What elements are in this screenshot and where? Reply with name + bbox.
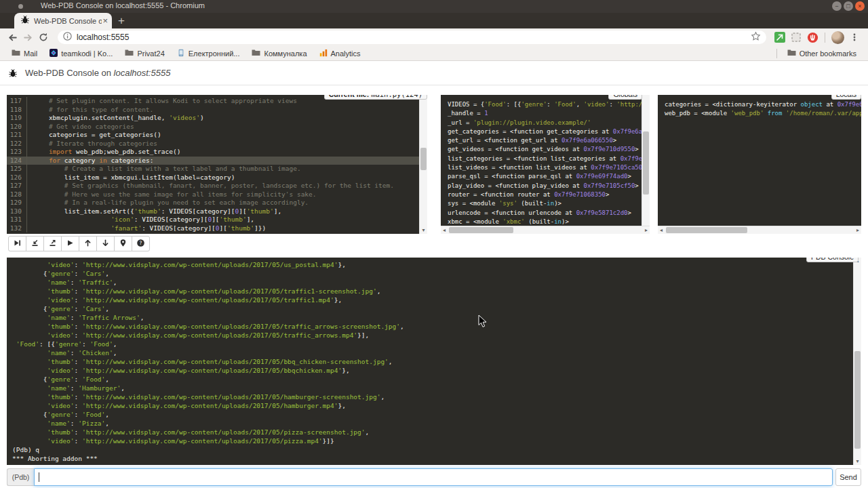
code-line: 118 # for this type of content.: [7, 106, 419, 115]
locals-line: categories = <dictionary-keyiterator obj…: [665, 100, 861, 109]
mouse-cursor: [478, 314, 488, 328]
step-into-icon: [31, 238, 39, 250]
maximize-button[interactable]: □: [844, 1, 853, 11]
bookmark-label: teamkodi | Ko...: [61, 49, 113, 58]
code-line-current: 124 for category in categories:: [7, 157, 419, 165]
console-line: 'video': 'http://www.vidsplay.com/wp-con…: [12, 436, 853, 445]
bookmark-item[interactable]: Коммуналка: [245, 47, 313, 60]
code-scrollbar[interactable]: ▾: [419, 95, 427, 234]
arrow-up-icon: [83, 238, 92, 250]
console-line: 'video': 'http://www.vidsplay.com/wp-con…: [12, 366, 853, 375]
globals-label: Globals: [608, 95, 642, 100]
folder-icon: [252, 49, 260, 58]
console-line: *** Aborting addon ***: [12, 454, 853, 463]
code-line: 126 list_item = xbmcgui.ListItem(label=c…: [7, 174, 419, 182]
code-line: 121 categories = get_categories(): [7, 131, 419, 140]
close-window-button[interactable]: ×: [855, 1, 865, 11]
send-button[interactable]: Send: [835, 468, 861, 486]
tab-close-icon[interactable]: ×: [102, 16, 108, 25]
console-line: 'name': 'Pizza',: [12, 419, 853, 428]
globals-hscrollbar[interactable]: ◂ ▸: [441, 226, 650, 234]
globals-line: get_url = <function get_url at 0x7f9e6a0…: [448, 136, 642, 145]
console-scrollbar[interactable]: ▴ ▾: [853, 258, 861, 465]
webpdb-page: Web-PDB Console on localhost:5555 Curren…: [0, 61, 868, 488]
bookmark-item[interactable]: Mail: [5, 47, 43, 60]
bookmark-item[interactable]: Електронний...: [171, 47, 246, 60]
console-line: 'video': 'http://www.vidsplay.com/wp-con…: [12, 260, 853, 269]
browser-toolbar: localhost:5555: [0, 28, 868, 46]
extension-adblock-icon[interactable]: [806, 31, 818, 43]
globals-listing: VIDEOS = {'Food': [{'genre': 'Food', 'vi…: [441, 95, 642, 226]
bookmark-item[interactable]: Analytics: [313, 47, 367, 60]
globals-line: list_videos = <function list_videos at 0…: [448, 163, 642, 172]
console-output: 'video': 'http://www.vidsplay.com/wp-con…: [7, 258, 853, 465]
scroll-right-arrow-icon[interactable]: ▸: [643, 226, 650, 234]
up-button[interactable]: [79, 236, 97, 251]
map-marker-icon: [119, 238, 127, 250]
globals-line: get_videos = <function get_videos at 0x7…: [448, 145, 642, 154]
scroll-right-arrow-icon[interactable]: ▸: [854, 226, 861, 234]
screen: Web-PDB Console on localhost:5555 - Chro…: [0, 0, 868, 488]
extension-screenshot-icon[interactable]: [790, 31, 802, 43]
globals-panel: Globals VIDEOS = {'Food': [{'genre': 'Fo…: [441, 95, 650, 234]
extension-green-icon[interactable]: [774, 31, 786, 43]
console-line: {'genre': 'Cars',: [12, 269, 853, 278]
code-line: 127 # Set graphics (thumbnail, fanart, b…: [7, 182, 419, 190]
down-button[interactable]: [96, 236, 115, 251]
bookmark-item[interactable]: teamkodi | Ko...: [43, 47, 119, 60]
next-button[interactable]: [8, 236, 26, 251]
code-line: 119 xbmcplugin.setContent(_handle, 'vide…: [7, 114, 419, 123]
menu-dots-icon[interactable]: [848, 31, 861, 43]
folder-icon: [125, 49, 134, 58]
folder-icon: [787, 49, 796, 58]
code-panel: Current file: main.py(124) 117 # Set plu…: [7, 95, 427, 234]
new-tab-button[interactable]: +: [118, 14, 125, 28]
console-line: 'name': 'Traffic Arrows',: [12, 313, 853, 322]
code-line: 129 # In a real-life plugin you need to …: [7, 199, 419, 207]
profile-avatar[interactable]: [831, 31, 844, 44]
globals-vscrollbar[interactable]: [642, 95, 650, 226]
globals-line: xbmc = <module 'xbmc' (built-in)>: [448, 218, 642, 226]
browser-tab[interactable]: Web-PDB Console on loca ×: [14, 13, 112, 28]
address-bar[interactable]: localhost:5555: [58, 30, 766, 44]
return-button[interactable]: [43, 236, 62, 251]
arrow-down-icon: [101, 238, 110, 250]
scroll-left-arrow-icon[interactable]: ◂: [441, 226, 448, 234]
minimize-button[interactable]: −: [832, 1, 842, 11]
step-out-icon: [48, 238, 57, 250]
page-header: Web-PDB Console on localhost:5555: [0, 61, 868, 85]
play-icon: [66, 238, 75, 250]
locals-label: Locals: [831, 95, 861, 100]
bookmarks-separator: [776, 49, 777, 58]
other-bookmarks-button[interactable]: Other bookmarks: [781, 47, 863, 60]
command-input[interactable]: [34, 468, 833, 486]
scroll-down-arrow-icon[interactable]: ▾: [420, 227, 427, 234]
step-button[interactable]: [26, 236, 44, 251]
forward-icon[interactable]: [21, 30, 35, 44]
scroll-down-arrow-icon[interactable]: ▾: [854, 458, 861, 465]
code-line: 132 'fanart': VIDEOS[category][0]['thumb…: [7, 224, 419, 233]
skip-next-icon: [13, 238, 22, 250]
back-icon[interactable]: [5, 30, 19, 44]
pdb-console-panel: PDB Console 'video': 'http://www.vidspla…: [7, 258, 861, 465]
bookmark-label: Коммуналка: [264, 49, 307, 58]
scroll-left-arrow-icon[interactable]: ◂: [658, 226, 665, 234]
debugger-toolbar: ?: [8, 236, 150, 251]
console-line: 'thumb': 'http://www.vidsplay.com/wp-con…: [12, 287, 853, 296]
locals-hscrollbar[interactable]: ◂ ▸: [658, 226, 861, 234]
prompt-row: (Pdb) Send: [7, 468, 861, 486]
bookmark-item[interactable]: Privat24: [119, 47, 170, 60]
where-button[interactable]: [114, 236, 132, 251]
text-caret: [39, 472, 39, 482]
bookmark-star-icon[interactable]: [751, 31, 761, 44]
help-button[interactable]: ?: [132, 236, 150, 251]
bookmark-label: Privat24: [137, 49, 164, 58]
code-line: 123 import web_pdb;web_pdb.set_trace(): [7, 148, 419, 157]
site-info-icon[interactable]: [63, 31, 72, 43]
continue-button[interactable]: [61, 236, 79, 251]
webpdb-bug-icon: [7, 67, 19, 79]
console-line: 'thumb': 'http://www.vidsplay.com/wp-con…: [12, 428, 853, 436]
window-title: Web-PDB Console on localhost:5555 - Chro…: [41, 1, 205, 9]
reload-icon[interactable]: [37, 30, 50, 44]
analytics-icon: [319, 49, 328, 58]
